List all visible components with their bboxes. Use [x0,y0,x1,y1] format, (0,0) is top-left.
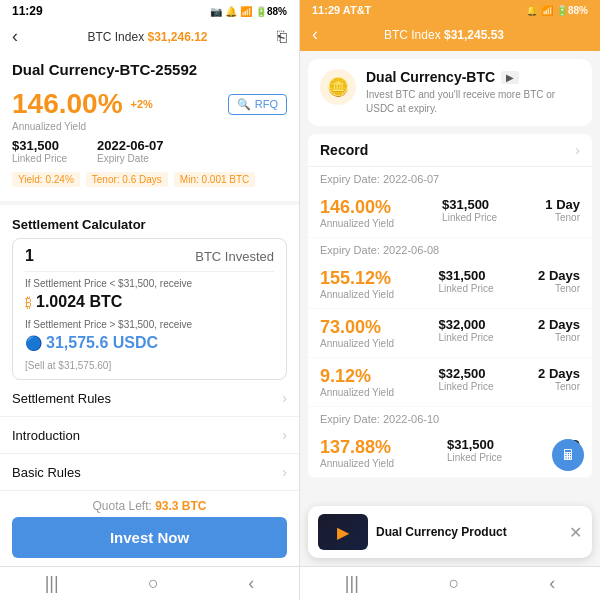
sell-note: [Sell at $31,575.60] [25,360,274,371]
settlement-rules-label: Settlement Rules [12,391,111,406]
nav-back-icon[interactable]: ‹ [248,573,254,594]
tag-yield: Yield: 0.24% [12,172,80,187]
back-button-left[interactable]: ‹ [12,26,18,47]
product-description: Invest BTC and you'll receive more BTC o… [366,88,580,116]
scenario1-text: If Settlement Price < $31,500, receive [25,278,274,289]
invest-now-button[interactable]: Invest Now [12,517,287,558]
btc-price-left: $31,246.12 [147,30,207,44]
record-header[interactable]: Record › [308,134,592,167]
toast-label: Dual Currency Product [376,525,561,539]
tags-row: Yield: 0.24% Tenor: 0.6 Days Min: 0.001 … [12,172,287,187]
tag-min: Min: 0.001 BTC [174,172,255,187]
chevron-right-icon2: › [282,427,287,443]
btc-icon: ₿ [25,294,32,310]
usdc-icon: 🔵 [25,335,42,351]
product-card: 🪙 Dual Currency-BTC ▶ Invest BTC and you… [308,59,592,126]
price-date-row: $31,500 Linked Price 2022-06-07 Expiry D… [12,138,287,164]
status-bar-left: 11:29 📷 🔔 📶 🔋88% [0,0,299,22]
record-section: Record › Expiry Date: 2022-06-07 146.00%… [308,134,592,478]
scenario2-result: 🔵 31,575.6 USDC [25,334,274,352]
yield-label: Annualized Yield [12,121,287,132]
divider1 [0,201,299,205]
calculator-box: 1 BTC Invested If Settlement Price < $31… [12,238,287,380]
record-yield-1: 146.00% [320,197,394,218]
time-left: 11:29 [12,4,43,18]
expiry-date-val: 2022-06-07 [97,138,164,153]
search-icon: 🔍 [237,98,251,111]
record-yield-2: 155.12% [320,268,394,289]
nav-bar-right: ||| ○ ‹ [300,566,600,600]
scenario1-amount: 1.0024 BTC [36,293,122,311]
status-icons-left: 📷 🔔 📶 🔋88% [210,6,287,17]
calc-amount[interactable]: 1 [25,247,34,265]
expiry-date-1: Expiry Date: 2022-06-07 [308,167,592,189]
nav-back-icon-right[interactable]: ‹ [549,573,555,594]
share-button[interactable]: ⎗ [277,28,287,46]
product-name-row: Dual Currency-BTC ▶ [366,69,580,85]
toast-thumbnail: ▶ [318,514,368,550]
nav-home-icon-right[interactable]: ○ [449,573,460,594]
btc-index-right: BTC Index $31,245.53 [384,28,504,42]
nav-menu-icon[interactable]: ||| [45,573,59,594]
left-panel: 11:29 📷 🔔 📶 🔋88% ‹ BTC Index $31,246.12 … [0,0,300,600]
btc-index-label-left: BTC Index $31,246.12 [87,30,207,44]
record-yield-4: 9.12% [320,366,394,387]
record-title: Record [320,142,368,158]
linked-price-item: $31,500 Linked Price [12,138,67,164]
toast-notification: ▶ Dual Currency Product ✕ [308,506,592,558]
expiry-date-label: Expiry Date [97,153,164,164]
rfq-button[interactable]: 🔍 RFQ [228,94,287,115]
settlement-rules-item[interactable]: Settlement Rules › [0,380,299,417]
scenario2-amount: 31,575.6 USDC [46,334,158,352]
calc-float-button[interactable]: 🖩 [552,439,584,471]
basic-rules-item[interactable]: Basic Rules › [0,454,299,491]
nav-menu-icon-right[interactable]: ||| [345,573,359,594]
record-row-2: 155.12% Annualized Yield $31,500 Linked … [308,260,592,309]
product-icon-wrap: 🪙 [320,69,356,105]
calc-section-title: Settlement Calculator [0,209,299,238]
basic-rules-label: Basic Rules [12,465,81,480]
top-bar-left: ‹ BTC Index $31,246.12 ⎗ [0,22,299,53]
expiry-date-2: Expiry Date: 2022-06-08 [308,238,592,260]
record-yield-5: 137.88% [320,437,394,458]
calc-input-row: 1 BTC Invested [25,247,274,272]
nav-home-icon[interactable]: ○ [148,573,159,594]
record-row-1: 146.00% Annualized Yield $31,500 Linked … [308,189,592,238]
yield-section: 146.00% +2% 🔍 RFQ Annualized Yield $31,5… [0,82,299,197]
quota-text: Quota Left: 93.3 BTC [0,491,299,517]
product-title-left: Dual Currency-BTC-25592 [0,53,299,82]
introduction-item[interactable]: Introduction › [0,417,299,454]
yield-change: +2% [131,98,153,110]
product-info: Dual Currency-BTC ▶ Invest BTC and you'l… [366,69,580,116]
calc-currency: BTC Invested [195,249,274,264]
time-right: 11:29 AT&T [312,4,371,16]
btc-price-right: $31,245.53 [444,28,504,42]
introduction-label: Introduction [12,428,80,443]
toast-close-button[interactable]: ✕ [569,523,582,542]
linked-price-val: $31,500 [12,138,67,153]
record-row-4: 9.12% Annualized Yield $32,500 Linked Pr… [308,358,592,407]
record-row-3: 73.00% Annualized Yield $32,000 Linked P… [308,309,592,358]
status-bar-right: 11:29 AT&T 🔔 📶 🔋88% [300,0,600,20]
scenario1-result: ₿ 1.0024 BTC [25,293,274,311]
chevron-right-icon: › [282,390,287,406]
nav-bar-left: ||| ○ ‹ [0,566,299,600]
back-button-right[interactable]: ‹ [312,24,318,45]
record-chevron-icon: › [575,142,580,158]
expiry-date-item: 2022-06-07 Expiry Date [97,138,164,164]
annualized-yield: 146.00% [12,88,123,120]
scenario2-text: If Settlement Price > $31,500, receive [25,319,274,330]
product-name-right: Dual Currency-BTC [366,69,495,85]
quota-amount: 93.3 BTC [155,499,206,513]
record-yield-3: 73.00% [320,317,394,338]
right-panel: 11:29 AT&T 🔔 📶 🔋88% ‹ BTC Index $31,245.… [300,0,600,600]
play-button[interactable]: ▶ [501,71,519,84]
status-icons-right: 🔔 📶 🔋88% [526,5,588,16]
chevron-right-icon3: › [282,464,287,480]
coin-icon: 🪙 [327,76,349,98]
tag-tenor: Tenor: 0.6 Days [86,172,168,187]
top-bar-right: ‹ BTC Index $31,245.53 [300,20,600,51]
toast-play-icon: ▶ [337,523,349,542]
expiry-date-3: Expiry Date: 2022-06-10 [308,407,592,429]
linked-price-label: Linked Price [12,153,67,164]
